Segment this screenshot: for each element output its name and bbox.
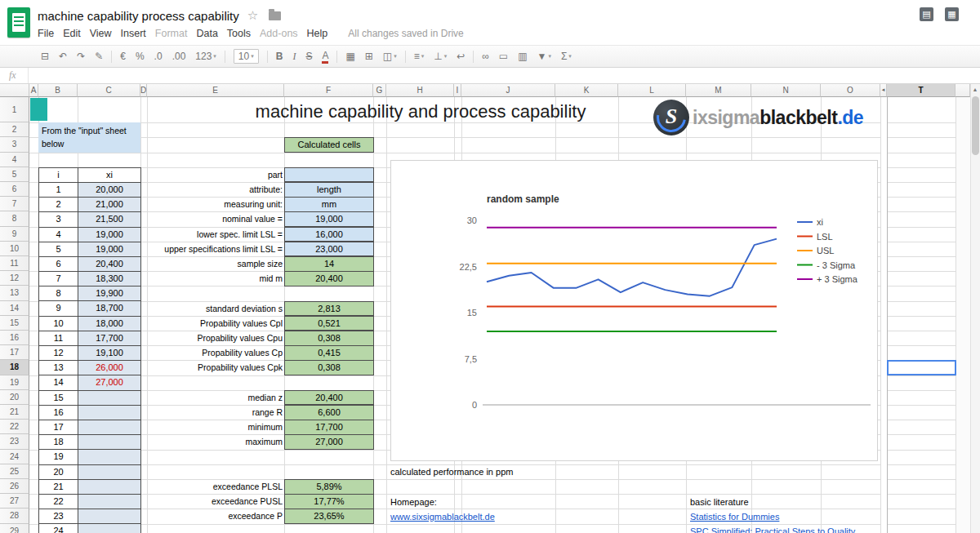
italic-icon[interactable]: I bbox=[292, 51, 296, 63]
currency-format-icon[interactable]: € bbox=[120, 51, 126, 62]
param-value-standard-deviation-s[interactable]: 2,813 bbox=[284, 301, 374, 317]
row-header-4[interactable]: 4 bbox=[0, 153, 29, 167]
bold-icon[interactable]: B bbox=[276, 51, 283, 62]
menu-help[interactable]: Help bbox=[307, 28, 328, 39]
param-label-exceedance-plsl[interactable]: exceedance PLSL bbox=[114, 479, 284, 494]
homepage-link[interactable]: www.sixsigmablackbelt.de bbox=[390, 509, 495, 524]
param-label-exceedance-pusl[interactable]: exceedance PUSL bbox=[114, 494, 284, 509]
menu-view[interactable]: View bbox=[90, 28, 112, 39]
table-header-i[interactable]: i bbox=[39, 168, 78, 183]
document-title[interactable]: machine capability process capability bbox=[38, 9, 239, 23]
apps-grid-icon[interactable]: ▦ bbox=[945, 7, 959, 21]
row-header-26[interactable]: 26 bbox=[0, 479, 29, 494]
param-value-upper-specifications-limit-lsl[interactable]: 23,000 bbox=[284, 242, 374, 257]
row-header-19[interactable]: 19 bbox=[0, 375, 29, 390]
param-label-exceedance-p[interactable]: exceedance P bbox=[114, 509, 284, 523]
literature-link-1[interactable]: Statistics for Dummies bbox=[690, 509, 779, 524]
cell-i-7[interactable]: 7 bbox=[39, 272, 78, 286]
param-label-propability-values-cpu[interactable]: Propability values Cpu bbox=[114, 331, 284, 345]
param-value-sample-size[interactable]: 14 bbox=[284, 256, 374, 272]
menu-addons[interactable]: Add-ons bbox=[260, 28, 298, 39]
literature-label[interactable]: basic literature bbox=[690, 495, 749, 509]
homepage-label[interactable]: Homepage: bbox=[390, 495, 437, 509]
cell-i-23[interactable]: 23 bbox=[39, 509, 78, 524]
vertical-align-icon[interactable]: ⊥▾ bbox=[434, 51, 447, 62]
col-header-K[interactable]: K bbox=[555, 84, 618, 97]
row-header-3[interactable]: 3 bbox=[0, 137, 29, 152]
functions-icon[interactable]: Σ▾ bbox=[561, 51, 572, 62]
row-header-13[interactable]: 13 bbox=[0, 286, 29, 300]
view-list-icon[interactable]: ▤ bbox=[920, 7, 933, 21]
menu-format[interactable]: Format bbox=[155, 28, 188, 39]
corner-cell[interactable] bbox=[0, 84, 29, 97]
col-header-H[interactable]: H bbox=[386, 84, 454, 97]
param-value-attribute[interactable]: length bbox=[284, 182, 374, 198]
cell-i-24[interactable]: 24 bbox=[39, 524, 78, 533]
row-header-11[interactable]: 11 bbox=[0, 256, 29, 271]
row-header-12[interactable]: 12 bbox=[0, 271, 29, 286]
param-label-mid-m[interactable]: mid m bbox=[114, 271, 284, 286]
cell-i-9[interactable]: 9 bbox=[39, 301, 78, 316]
cell-xi-8[interactable]: 19,900 bbox=[78, 286, 141, 301]
col-header-C[interactable]: C bbox=[78, 84, 140, 97]
param-label-propability-values-cp[interactable]: Propability values Cp bbox=[114, 345, 284, 360]
cell-i-2[interactable]: 2 bbox=[39, 198, 78, 212]
menu-file[interactable]: File bbox=[38, 28, 54, 39]
col-header-N[interactable]: N bbox=[751, 84, 821, 97]
row-header-7[interactable]: 7 bbox=[0, 197, 29, 211]
print-icon[interactable]: ⊟ bbox=[41, 51, 49, 62]
col-header-G[interactable]: G bbox=[373, 84, 386, 97]
menu-data[interactable]: Data bbox=[196, 28, 217, 39]
param-value-maximum[interactable]: 27,000 bbox=[284, 434, 374, 450]
cell-xi-14[interactable]: 27,000 bbox=[78, 375, 141, 390]
param-label-minimum[interactable]: minimum bbox=[114, 420, 284, 434]
input-note-cell[interactable]: From the "input" sheet below bbox=[38, 122, 140, 153]
cell-i-4[interactable]: 4 bbox=[39, 228, 78, 242]
insert-chart-icon[interactable]: ▥ bbox=[518, 51, 527, 62]
row-header-2[interactable]: 2 bbox=[0, 122, 29, 137]
cell-i-13[interactable]: 13 bbox=[39, 361, 78, 375]
row-header-17[interactable]: 17 bbox=[0, 345, 29, 360]
cell-i-18[interactable]: 18 bbox=[39, 435, 78, 450]
menu-insert[interactable]: Insert bbox=[121, 28, 146, 39]
strikethrough-icon[interactable]: S bbox=[305, 51, 312, 62]
menu-edit[interactable]: Edit bbox=[63, 28, 81, 39]
col-header-D[interactable]: D bbox=[140, 84, 147, 97]
cell-i-10[interactable]: 10 bbox=[39, 317, 78, 331]
literature-link-2[interactable]: SPC Simplified: Practical Steps to Quali… bbox=[690, 524, 855, 533]
param-label-lower-spec-limit-lsl[interactable]: lower spec. limit LSL = bbox=[114, 227, 284, 242]
cell-i-12[interactable]: 12 bbox=[39, 346, 78, 361]
row-header-18[interactable]: 18 bbox=[0, 360, 29, 375]
undo-icon[interactable]: ↶ bbox=[59, 51, 67, 62]
row-header-5[interactable]: 5 bbox=[0, 167, 29, 182]
horizontal-align-icon[interactable]: ≡▾ bbox=[414, 51, 425, 62]
col-header-T[interactable]: T bbox=[887, 84, 956, 97]
param-value-mid-m[interactable]: 20,400 bbox=[284, 271, 374, 286]
col-header-B[interactable]: B bbox=[38, 84, 78, 97]
cell-i-8[interactable]: 8 bbox=[39, 286, 78, 301]
text-wrap-icon[interactable]: ↩ bbox=[457, 51, 465, 62]
pane-scroll-left-icon[interactable]: ◄ bbox=[880, 84, 887, 97]
col-header-J[interactable]: J bbox=[461, 84, 555, 97]
param-label-propability-values-cpl[interactable]: Propability values Cpl bbox=[114, 316, 284, 331]
param-label-range-r[interactable]: range R bbox=[114, 405, 284, 420]
percent-format-icon[interactable]: % bbox=[136, 51, 145, 62]
param-label-median-z[interactable]: median z bbox=[114, 390, 284, 405]
insert-link-icon[interactable]: ∞ bbox=[482, 51, 489, 62]
param-value-exceedance-plsl[interactable]: 5,89% bbox=[284, 479, 374, 495]
fill-color-icon[interactable]: ▦ bbox=[345, 51, 354, 62]
param-value-median-z[interactable]: 20,400 bbox=[284, 390, 374, 406]
calculated-cells-label[interactable]: Calculated cells bbox=[284, 137, 374, 153]
menu-tools[interactable]: Tools bbox=[227, 28, 251, 39]
insert-comment-icon[interactable]: ▭ bbox=[499, 51, 508, 62]
param-label-part[interactable]: part bbox=[114, 167, 284, 182]
param-label-attribute[interactable]: attribute: bbox=[114, 182, 284, 197]
col-header-E[interactable]: E bbox=[147, 84, 284, 97]
borders-icon[interactable]: ⊞ bbox=[365, 51, 373, 62]
scroll-up-icon[interactable]: ▲ bbox=[970, 85, 980, 95]
param-value-propability-values-cpk[interactable]: 0,308 bbox=[284, 360, 374, 375]
row-header-10[interactable]: 10 bbox=[0, 242, 29, 256]
row-header-21[interactable]: 21 bbox=[0, 405, 29, 420]
row-header-22[interactable]: 22 bbox=[0, 420, 29, 434]
move-to-folder-icon[interactable] bbox=[269, 11, 281, 20]
